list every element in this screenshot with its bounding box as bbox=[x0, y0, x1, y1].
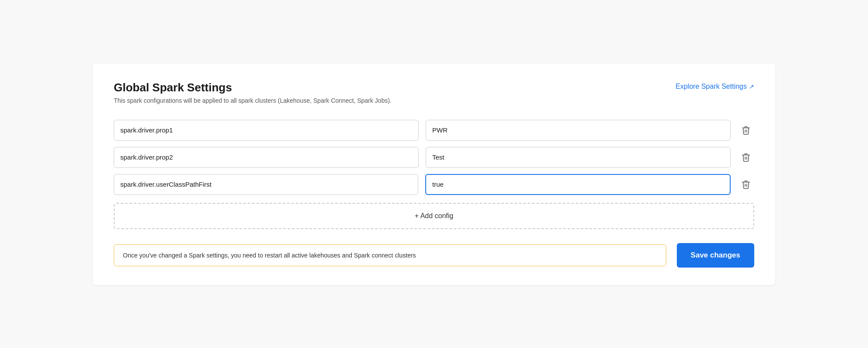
trash-icon bbox=[741, 180, 751, 189]
page-title: Global Spark Settings bbox=[114, 81, 392, 94]
trash-icon bbox=[741, 125, 751, 135]
delete-config-button[interactable] bbox=[738, 149, 754, 166]
warning-box: Once you've changed a Spark settings, yo… bbox=[114, 244, 666, 266]
delete-config-button[interactable] bbox=[738, 122, 754, 139]
header-left: Global Spark Settings This spark configu… bbox=[114, 81, 392, 104]
configs-list bbox=[114, 120, 754, 195]
footer: Once you've changed a Spark settings, yo… bbox=[114, 243, 754, 268]
save-changes-button[interactable]: Save changes bbox=[677, 243, 754, 268]
config-key-input[interactable] bbox=[114, 174, 418, 195]
delete-config-button[interactable] bbox=[738, 176, 754, 193]
external-link-icon: ↗ bbox=[749, 83, 754, 90]
config-key-input[interactable] bbox=[114, 120, 419, 141]
header: Global Spark Settings This spark configu… bbox=[114, 81, 754, 104]
config-row bbox=[114, 120, 754, 141]
config-value-input[interactable] bbox=[425, 174, 731, 195]
explore-spark-settings-link[interactable]: Explore Spark Settings ↗ bbox=[676, 83, 754, 90]
trash-icon bbox=[741, 153, 751, 162]
config-value-input[interactable] bbox=[426, 147, 731, 168]
add-config-button[interactable]: + Add config bbox=[114, 203, 754, 229]
add-config-label: + Add config bbox=[415, 212, 454, 220]
config-row bbox=[114, 147, 754, 168]
warning-text: Once you've changed a Spark settings, yo… bbox=[123, 252, 416, 259]
explore-link-label: Explore Spark Settings bbox=[676, 83, 747, 90]
config-key-input[interactable] bbox=[114, 147, 419, 168]
config-value-input[interactable] bbox=[426, 120, 731, 141]
config-row bbox=[114, 174, 754, 195]
page-container: Global Spark Settings This spark configu… bbox=[93, 63, 775, 285]
page-subtitle: This spark configurations will be applie… bbox=[114, 97, 392, 104]
